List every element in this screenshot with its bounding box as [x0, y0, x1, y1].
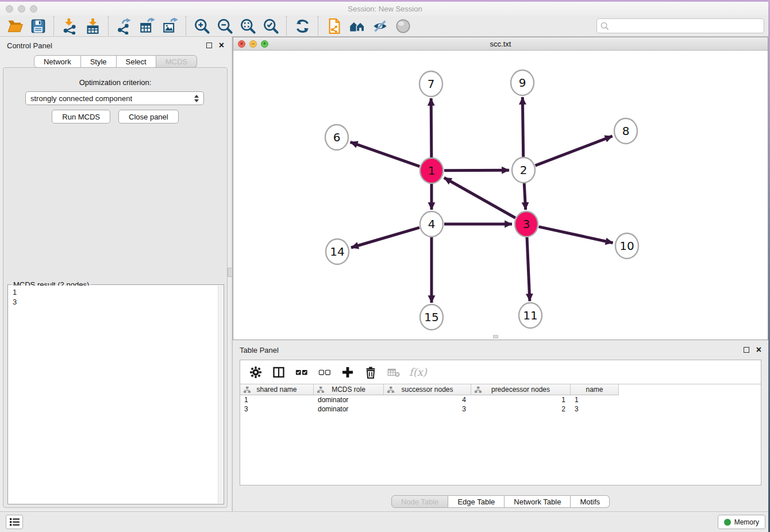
control-panel-header: Control Panel ×	[0, 37, 231, 54]
select-all-columns-button[interactable]	[294, 365, 309, 380]
column-header-successor-nodes[interactable]: successor nodes	[384, 384, 471, 395]
import-network-button[interactable]	[58, 16, 81, 36]
zoom-in-button[interactable]	[190, 16, 213, 36]
graph-node-4[interactable]: 4	[420, 211, 443, 237]
graph-node-2[interactable]: 2	[512, 157, 535, 183]
edge-2-9[interactable]	[522, 97, 523, 157]
network-from-selection-button[interactable]	[322, 16, 345, 36]
export-image-button[interactable]	[159, 16, 182, 36]
network-canvas[interactable]: 7968124314101511	[233, 51, 768, 340]
edge-2-8[interactable]	[536, 136, 613, 165]
tab-motifs[interactable]: Motifs	[571, 495, 610, 508]
column-header-predecessor-nodes[interactable]: predecessor nodes	[471, 384, 571, 395]
delete-column-button[interactable]	[363, 365, 378, 380]
list-icon	[9, 518, 20, 526]
table-cell[interactable]: 4	[384, 395, 471, 404]
table-cell[interactable]: 3	[240, 404, 314, 414]
memory-button[interactable]: Memory	[718, 515, 765, 529]
float-table-panel-icon[interactable]	[744, 347, 749, 353]
graph-node-1[interactable]: 1	[420, 158, 443, 183]
first-neighbors-button[interactable]	[345, 16, 368, 36]
close-panel-button[interactable]: Close panel	[118, 110, 179, 124]
panel-splitter-handle[interactable]	[228, 268, 233, 277]
table-body: 1dominator4113dominator323	[240, 395, 761, 414]
edge-1-2[interactable]	[444, 170, 509, 171]
tab-select[interactable]: Select	[117, 55, 156, 68]
edge-4-14[interactable]	[351, 228, 419, 248]
table-cell[interactable]: 3	[571, 404, 619, 414]
table-cell[interactable]: 2	[471, 404, 571, 414]
graph-node-10[interactable]: 10	[615, 233, 638, 259]
tab-network[interactable]: Network	[34, 55, 81, 68]
document-network-icon	[326, 18, 342, 34]
tab-node-table[interactable]: Node Table	[391, 495, 449, 508]
zoom-selected-button[interactable]	[259, 16, 282, 36]
trash-icon	[364, 366, 377, 379]
graph-node-3[interactable]: 3	[515, 211, 538, 237]
zoom-out-button[interactable]	[213, 16, 236, 36]
table-cell[interactable]: dominator	[314, 395, 384, 404]
create-column-button[interactable]	[340, 365, 355, 380]
function-builder-button[interactable]: f(x)	[409, 366, 427, 378]
graph-node-6[interactable]: 6	[325, 125, 348, 150]
tab-mcds[interactable]: MCDS	[156, 55, 197, 68]
graph-node-9[interactable]: 9	[511, 70, 534, 95]
network-maximize-button[interactable]: +	[261, 40, 268, 48]
import-table-button[interactable]	[81, 16, 104, 36]
edge-2-3[interactable]	[524, 183, 526, 210]
close-table-panel-icon[interactable]: ×	[756, 347, 761, 353]
plus-icon	[341, 366, 354, 379]
graphics-details-button[interactable]	[391, 16, 414, 36]
network-close-button[interactable]: ×	[238, 40, 245, 48]
table-cell[interactable]: 3	[384, 404, 471, 414]
save-session-button[interactable]	[26, 16, 49, 36]
mcds-result-list[interactable]: 1 3	[9, 286, 217, 503]
table-settings-button[interactable]	[248, 365, 263, 380]
table-cell[interactable]: 1	[240, 395, 314, 404]
network-minimize-button[interactable]: −	[249, 40, 257, 48]
tab-style[interactable]: Style	[81, 55, 117, 68]
unselect-all-columns-button[interactable]	[317, 365, 332, 380]
search-input[interactable]	[611, 20, 764, 32]
zoom-fit-button[interactable]	[236, 16, 259, 36]
graph-node-8[interactable]: 8	[614, 118, 637, 144]
delete-table-button[interactable]	[386, 365, 401, 380]
column-header-shared-name[interactable]: shared name	[240, 384, 314, 395]
apply-layout-button[interactable]	[291, 16, 314, 36]
table-cell[interactable]: 1	[471, 395, 571, 404]
float-panel-icon[interactable]	[206, 43, 212, 48]
column-header-MCDS-role[interactable]: MCDS role	[314, 384, 384, 395]
network-window-titlebar[interactable]: × − + scc.txt	[233, 37, 768, 51]
edge-3-11[interactable]	[527, 237, 530, 301]
edge-3-10[interactable]	[538, 227, 613, 243]
task-history-button[interactable]	[6, 515, 23, 529]
column-header-name[interactable]: name	[571, 384, 619, 395]
export-table-icon	[139, 18, 156, 34]
graph-node-7[interactable]: 7	[419, 71, 442, 97]
table-row[interactable]: 1dominator411	[240, 395, 761, 404]
edge-3-1[interactable]	[444, 178, 515, 218]
tab-network-table[interactable]: Network Table	[505, 495, 571, 508]
table-cell[interactable]: dominator	[314, 404, 384, 414]
eye-slash-icon	[372, 18, 388, 34]
edge-1-7[interactable]	[431, 98, 432, 158]
hide-selected-button[interactable]	[368, 16, 391, 36]
close-panel-icon[interactable]: ×	[219, 43, 224, 48]
edge-1-6[interactable]	[351, 142, 420, 166]
export-table-button[interactable]	[136, 16, 159, 36]
run-mcds-button[interactable]: Run MCDS	[52, 110, 110, 124]
table-row[interactable]: 3dominator323	[240, 404, 761, 414]
criterion-dropdown[interactable]: strongly connected component	[25, 91, 204, 105]
graph-node-15[interactable]: 15	[420, 304, 443, 330]
graph-node-11[interactable]: 11	[519, 303, 542, 328]
search-icon	[600, 22, 609, 30]
refresh-icon	[294, 18, 311, 34]
table-cell[interactable]: 1	[571, 395, 619, 404]
graph-node-14[interactable]: 14	[326, 239, 349, 264]
tab-edge-table[interactable]: Edge Table	[448, 495, 505, 508]
horizontal-splitter-handle[interactable]	[493, 335, 498, 338]
toggle-column-view-button[interactable]	[271, 365, 286, 380]
open-file-button[interactable]	[3, 16, 26, 36]
result-scrollbar[interactable]	[218, 286, 223, 503]
export-network-button[interactable]	[113, 16, 136, 36]
